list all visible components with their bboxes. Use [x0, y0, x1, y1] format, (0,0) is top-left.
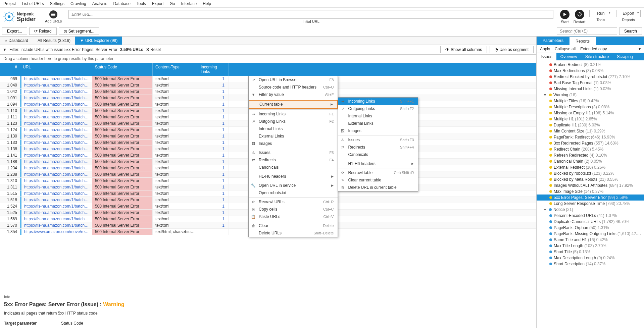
menu-item-delete-urls[interactable]: Delete URLsShift+Delete [249, 229, 338, 237]
cell-url[interactable]: https://fls-na.amazon.com/1/batch/1/OP/A… [20, 190, 92, 197]
url-input[interactable] [68, 10, 553, 19]
issue-item[interactable]: PageRank: Redirect (646) 16.93% [537, 134, 644, 140]
issue-item[interactable]: Short Description (14) 0.37% [537, 261, 644, 267]
export-dropdown[interactable]: Export [616, 10, 641, 17]
issue-item[interactable]: Blocked by Meta Robots (21) 0.55% [537, 176, 644, 182]
menu-item-redirects[interactable]: ⇄RedirectsF4 [249, 156, 338, 164]
menu-item-open-robots-txt[interactable]: Open robots.txt [249, 189, 338, 197]
cell-url[interactable]: https://fls-na.amazon.com/1/batch/1/OP/A… [20, 133, 92, 139]
col-incoming[interactable]: Incoming Links [198, 63, 229, 76]
menu-item-open-url-in-service[interactable]: 🔧Open URL in service▶ [249, 182, 338, 189]
show-all-columns-button[interactable]: 👁Show all columns [440, 46, 487, 53]
rp-apply[interactable]: Apply [540, 47, 550, 51]
table-body[interactable]: 969https://fls-na.amazon.com/1/batch/1/O… [0, 76, 536, 292]
issue-item[interactable]: Redirect Chain (208) 5.45% [537, 146, 644, 152]
cell-url[interactable]: https://fls-na.amazon.com/1/batch/1/OP/A… [20, 108, 92, 114]
issue-item[interactable]: 3xx Redirected Pages (557) 14.60% [537, 140, 644, 146]
rp-subtab-site[interactable]: Site structure [581, 53, 613, 60]
menu-item-recrawl-urls[interactable]: ⟳Recrawl URLsCtrl+R [249, 198, 338, 206]
menu-project[interactable]: Project [3, 1, 16, 6]
cell-incoming[interactable]: 1 [198, 210, 229, 216]
menu-item-images[interactable]: 🖼Images [338, 127, 418, 134]
menu-item-incoming-links[interactable]: ➜Incoming LinksF1 [249, 110, 338, 118]
cell-incoming[interactable]: 1 [198, 178, 229, 184]
issue-item[interactable]: Long Server Response Time (793) 20.78% [537, 201, 644, 207]
menu-item-delete-url-in-current-table[interactable]: 🗑Delete URL in current table [338, 184, 418, 191]
issue-item[interactable]: Refresh Redirected (4) 0.10% [537, 152, 644, 158]
cell-incoming[interactable]: 1 [198, 114, 229, 120]
menu-item-redirects[interactable]: ⇄RedirectsShift+F4 [338, 144, 418, 151]
issue-item[interactable]: Bad Base Tag Format (1) 0.03% [537, 80, 644, 86]
col-status[interactable]: Status Code [92, 63, 153, 76]
cell-incoming[interactable]: 1 [198, 159, 229, 165]
cell-incoming[interactable]: 1 [198, 184, 229, 190]
menu-tools[interactable]: Tools [137, 1, 146, 6]
use-as-segment-button[interactable]: ◔Use as segment [490, 46, 534, 53]
cell-url[interactable]: https://fls-na.amazon.com/1/batch/1/OP/A… [20, 165, 92, 171]
cell-incoming[interactable]: 1 [198, 197, 229, 203]
issue-item[interactable]: Missing or Empty H1 (196) 5.14% [537, 110, 644, 116]
menu-item-internal-links[interactable]: Internal Links [338, 112, 418, 120]
cell-incoming[interactable]: 1 [198, 89, 229, 95]
tab-dashboard[interactable]: ⌂Dashboard [0, 37, 33, 45]
cell-url[interactable]: https://fls-na.amazon.com/1/batch/1/OP/A… [20, 216, 92, 222]
issue-item[interactable]: Missing Internal Links (1) 0.03% [537, 86, 644, 92]
menu-item-current-table[interactable]: Current table▶ [249, 100, 338, 109]
search-input[interactable] [557, 27, 617, 35]
issue-item[interactable]: Multiple Titles (16) 0.42% [537, 98, 644, 104]
issue-item[interactable]: ▾Warning (18) [537, 92, 644, 98]
menu-item-incoming-links[interactable]: ➜Incoming LinksShift+F1 [338, 98, 418, 105]
menu-item-outgoing-links[interactable]: ↗Outgoing LinksF2 [249, 118, 338, 125]
menu-item-issues[interactable]: ⚠IssuesShift+F3 [338, 136, 418, 144]
issue-item[interactable]: External Redirect (10) 0.26% [537, 164, 644, 170]
tree-toggle-icon[interactable]: ▾ [544, 93, 547, 97]
menu-item-canonicals[interactable]: Canonicals [249, 164, 338, 171]
cell-url[interactable]: https://fls-na.amazon.com/1/batch/1/OP/A… [20, 159, 92, 165]
cell-url[interactable]: https://fls-na.amazon.com/1/batch/1/OP/A… [20, 140, 92, 146]
cell-url[interactable]: https://fls-na.amazon.com/1/batch/1/OP/A… [20, 76, 92, 82]
cell-incoming[interactable]: 1 [198, 165, 229, 171]
menu-item-open-url-in-browser[interactable]: ↗Open URL in BrowserF8 [249, 76, 338, 84]
issue-item[interactable]: Percent-Encoded URLs (41) 1.07% [537, 213, 644, 219]
menu-item-outgoing-links[interactable]: ↗Outgoing LinksShift+F2 [338, 105, 418, 112]
cell-url[interactable]: https://fls-na.amazon.com/1/batch/1/OP/A… [20, 120, 92, 126]
menu-item-images[interactable]: 🖼Images [249, 140, 338, 147]
issue-item[interactable]: Max Image Size (14) 0.37% [537, 188, 644, 195]
cell-url[interactable]: https://fls-na.amazon.com/1/batch/1/OP/A… [20, 146, 92, 152]
cell-url[interactable]: https://fls-na.amazon.com/1/batch/1/OP/A… [20, 203, 92, 209]
search-button[interactable]: Search [619, 27, 642, 35]
cell-url[interactable]: https://fls-na.amazon.com/1/batch/1/OP/A… [20, 178, 92, 184]
col-content-type[interactable]: Content-Type [153, 63, 198, 76]
cell-url[interactable]: https://fls-na.amazon.com/1/batch/1/OP/A… [20, 222, 92, 228]
menu-item-recrawl-table[interactable]: ⟳Recrawl tableCtrl+Shift+R [338, 169, 418, 176]
issue-list[interactable]: Broken Redirect (8) 0.21%Max Redirection… [537, 60, 644, 328]
cell-incoming[interactable]: 1 [198, 216, 229, 222]
cell-incoming[interactable]: 1 [198, 203, 229, 209]
export-button[interactable]: Export... [2, 27, 27, 35]
rp-menu-icon[interactable]: ▾ [639, 47, 641, 51]
cell-incoming[interactable] [198, 229, 229, 235]
rp-tab-reports[interactable]: Reports [569, 37, 596, 45]
issue-item[interactable]: 5xx Error Pages: Server Error (99) 2.59% [537, 195, 644, 201]
issue-item[interactable]: Same Title and H1 (16) 0.42% [537, 237, 644, 243]
menu-item-h1-h6-headers[interactable]: H1-H6 headers▶ [338, 160, 418, 167]
cell-url[interactable]: https://fls-na.amazon.com/1/batch/1/OP/A… [20, 152, 92, 158]
cell-url[interactable]: https://fls-na.amazon.com/1/batch/1/OP/A… [20, 127, 92, 133]
issue-item[interactable]: Max Description Length (9) 0.24% [537, 255, 644, 261]
issue-item[interactable]: Blocked by robots.txt (123) 3.22% [537, 170, 644, 176]
menu-database[interactable]: Database [113, 1, 130, 6]
cell-incoming[interactable]: 1 [198, 222, 229, 228]
menu-item-source-code-and-http-headers[interactable]: Source code and HTTP headersCtrl+U [249, 84, 338, 91]
menu-item-internal-links[interactable]: Internal Links [249, 125, 338, 132]
issue-item[interactable]: Redirect Blocked by robots.txt (271) 7.1… [537, 74, 644, 80]
rp-extended[interactable]: Extended copy [580, 47, 607, 51]
add-urls-button[interactable] [49, 10, 57, 18]
menu-export[interactable]: Export [152, 1, 164, 6]
issue-item[interactable]: Images Without ALT Attributes (684) 17.9… [537, 182, 644, 188]
group-by-bar[interactable]: Drag a column header here to group resul… [0, 55, 536, 63]
cell-incoming[interactable]: 1 [198, 133, 229, 139]
tree-toggle-icon[interactable]: ▾ [544, 207, 547, 212]
menu-item-h1-h6-headers[interactable]: H1-H6 headers▶ [249, 173, 338, 180]
cell-url[interactable]: https://fls-na.amazon.com/1/batch/1/OP/A… [20, 210, 92, 216]
tab-url-explorer[interactable]: ▼URL Explorer (99) [75, 37, 122, 45]
